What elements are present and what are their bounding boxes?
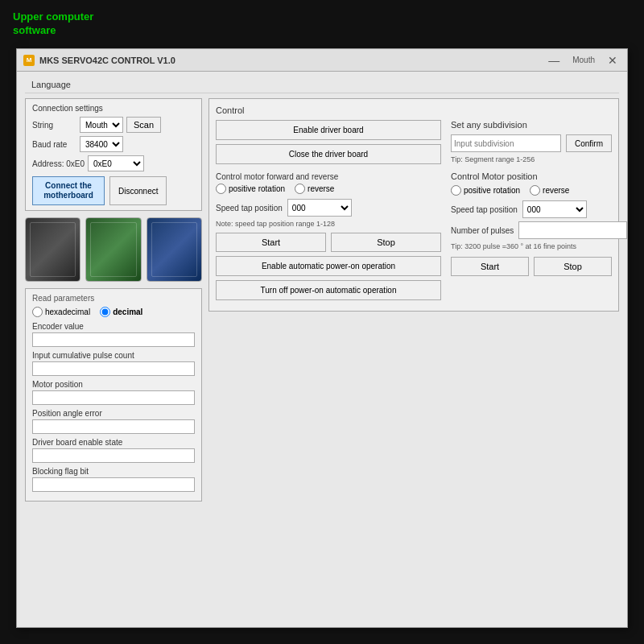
motor-pos-cw[interactable]: positive rotation bbox=[451, 185, 520, 196]
format-radio-row: hexadecimal decimal bbox=[32, 307, 195, 317]
control-stop-button[interactable]: Stop bbox=[331, 233, 441, 252]
speed-row: Speed tap position 000 bbox=[216, 199, 441, 217]
address-row: Address: 0xE0 0xE0 bbox=[32, 155, 195, 171]
motor-pos-start-stop-row: Start Stop bbox=[451, 257, 612, 276]
motor-reverse-radio[interactable] bbox=[295, 184, 305, 194]
motor-pos-speed-label: Speed tap position bbox=[451, 205, 518, 214]
connection-title: Connection settings bbox=[32, 104, 195, 113]
num-pulses-row: Number of pulses 0 bbox=[451, 221, 612, 239]
subdivision-title: Set any subdivision bbox=[451, 120, 612, 130]
baud-select[interactable]: 38400 bbox=[80, 136, 123, 152]
encoder-value-input[interactable] bbox=[32, 332, 195, 347]
connect-btn-row: Connect the motherboard Disconnect bbox=[32, 176, 195, 205]
device-image-3 bbox=[147, 217, 202, 282]
motor-pos-cw-radio[interactable] bbox=[451, 185, 461, 196]
disconnect-button[interactable]: Disconnect bbox=[109, 176, 167, 205]
param-pulse-count: Input cumulative pulse count bbox=[32, 351, 195, 376]
window-controls: — Mouth ✕ bbox=[545, 54, 621, 67]
mouth-label: Mouth bbox=[572, 56, 595, 64]
motor-pos-radio[interactable] bbox=[216, 184, 226, 194]
minimize-button[interactable]: — bbox=[545, 54, 563, 67]
param-encoder-value: Encoder value bbox=[32, 322, 195, 347]
power-off-button[interactable]: Turn off power-on automatic operation bbox=[216, 280, 441, 300]
motor-pos-speed-select[interactable]: 000 bbox=[522, 200, 587, 218]
param-enable-state: Driver board enable state bbox=[32, 438, 195, 463]
angle-error-input[interactable] bbox=[32, 419, 195, 434]
pulse-count-input[interactable] bbox=[32, 361, 195, 376]
control-layout: Enable driver board Close the driver boa… bbox=[216, 120, 612, 304]
param-motor-pos-label: Motor position bbox=[32, 380, 195, 389]
window-icon: M bbox=[23, 55, 35, 66]
motor-pos-rotation[interactable]: positive rotation bbox=[216, 184, 285, 194]
motor-pos-ccw[interactable]: reverse bbox=[530, 185, 569, 196]
right-panel: Control Enable driver board Close the dr… bbox=[208, 98, 619, 502]
motor-reverse[interactable]: reverse bbox=[295, 184, 334, 194]
enable-state-input[interactable] bbox=[32, 448, 195, 463]
window-content: Language Connection settings String Mout… bbox=[17, 72, 627, 627]
control-right: Set any subdivision Confirm Tip: Segment… bbox=[451, 120, 612, 304]
address-label: Address: 0xE0 bbox=[32, 159, 85, 168]
motor-pos-tip: Tip: 3200 pulse =360 ° at 16 fine points bbox=[451, 242, 612, 250]
speed-select[interactable]: 000 bbox=[287, 199, 352, 217]
motor-position-section: Control Motor position positive rotation bbox=[451, 171, 612, 276]
scan-button[interactable]: Scan bbox=[126, 117, 161, 133]
motor-pos-speed-row: Speed tap position 000 bbox=[451, 200, 612, 218]
window-titlebar: M MKS SERVO42C CONTROL V1.0 — Mouth ✕ bbox=[17, 49, 627, 72]
param-pulse-label: Input cumulative pulse count bbox=[32, 351, 195, 360]
port-select[interactable]: Mouth bbox=[80, 117, 123, 133]
string-row: String Mouth Scan bbox=[32, 117, 195, 133]
hex-option[interactable]: hexadecimal bbox=[32, 307, 90, 317]
blocking-flag-input[interactable] bbox=[32, 477, 195, 492]
dec-radio[interactable] bbox=[100, 307, 110, 317]
taskbar: Upper computer software bbox=[0, 0, 644, 48]
pcb-decoration-2 bbox=[90, 222, 136, 277]
menu-bar: Language bbox=[25, 76, 619, 93]
device-image-2 bbox=[85, 217, 141, 282]
hex-radio[interactable] bbox=[32, 307, 43, 317]
baud-label: Baud rate bbox=[32, 140, 76, 149]
connection-box: Connection settings String Mouth Scan Ba… bbox=[25, 98, 202, 211]
motor-pos-stop-button[interactable]: Stop bbox=[534, 257, 612, 276]
motor-pos-ccw-radio[interactable] bbox=[530, 185, 540, 196]
close-driver-button[interactable]: Close the driver board bbox=[216, 144, 441, 164]
param-blocking-flag: Blocking flag bit bbox=[32, 467, 195, 492]
param-motor-position: Motor position bbox=[32, 380, 195, 405]
read-params-title: Read parameters bbox=[32, 294, 195, 303]
start-stop-row: Start Stop bbox=[216, 233, 441, 252]
num-pulses-input[interactable]: 0 bbox=[518, 221, 627, 239]
motor-pos-start-button[interactable]: Start bbox=[451, 257, 529, 276]
menu-language[interactable]: Language bbox=[25, 78, 77, 91]
control-start-button[interactable]: Start bbox=[216, 233, 326, 252]
read-params-box: Read parameters hexadecimal decimal bbox=[25, 288, 202, 502]
auto-op-button[interactable]: Enable automatic power-on operation bbox=[216, 256, 441, 276]
close-button[interactable]: ✕ bbox=[605, 54, 621, 67]
speed-label: Speed tap position bbox=[216, 204, 283, 213]
pcb-decoration-1 bbox=[30, 222, 76, 277]
main-layout: Connection settings String Mouth Scan Ba… bbox=[25, 98, 619, 502]
main-window: M MKS SERVO42C CONTROL V1.0 — Mouth ✕ La… bbox=[16, 48, 628, 628]
param-angle-error: Position angle error bbox=[32, 409, 195, 434]
control-title: Control bbox=[216, 105, 612, 115]
control-section: Control Enable driver board Close the dr… bbox=[208, 98, 619, 312]
enable-driver-button[interactable]: Enable driver board bbox=[216, 120, 441, 140]
motor-position-input[interactable] bbox=[32, 390, 195, 405]
taskbar-title: Upper computer software bbox=[13, 10, 93, 38]
connect-button[interactable]: Connect the motherboard bbox=[32, 176, 105, 205]
motor-direction-label: Control motor forward and reverse bbox=[216, 172, 441, 181]
device-images-row bbox=[25, 217, 202, 282]
baud-row: Baud rate 38400 bbox=[32, 136, 195, 152]
param-angle-label: Position angle error bbox=[32, 409, 195, 418]
dec-option[interactable]: decimal bbox=[100, 307, 142, 317]
pcb-decoration-3 bbox=[151, 222, 197, 277]
subdiv-input-row: Confirm bbox=[451, 134, 612, 152]
left-panel: Connection settings String Mouth Scan Ba… bbox=[25, 98, 202, 502]
device-image-1 bbox=[25, 217, 80, 282]
confirm-button[interactable]: Confirm bbox=[566, 134, 612, 152]
window-title-left: M MKS SERVO42C CONTROL V1.0 bbox=[23, 55, 175, 66]
address-select[interactable]: 0xE0 bbox=[88, 155, 144, 171]
num-pulses-label: Number of pulses bbox=[451, 226, 514, 235]
motor-pos-title: Control Motor position bbox=[451, 171, 612, 181]
subdivision-input[interactable] bbox=[451, 134, 561, 152]
control-left: Enable driver board Close the driver boa… bbox=[216, 120, 441, 304]
speed-note: Note: speed tap position range 1-128 bbox=[216, 220, 441, 228]
